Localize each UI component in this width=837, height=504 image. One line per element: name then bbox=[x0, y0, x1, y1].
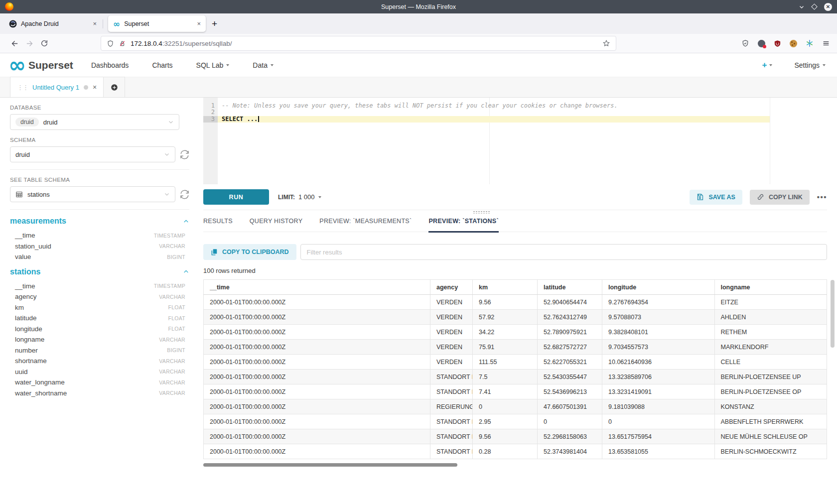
column-type: VARCHAR bbox=[159, 379, 185, 385]
url-bar[interactable]: 172.18.0.4:32251/superset/sqllab/ bbox=[101, 36, 616, 51]
schema-group-stations: stations bbox=[10, 267, 189, 276]
refresh-tables-icon[interactable] bbox=[180, 190, 189, 199]
schema-column-row: station_uuid VARCHAR bbox=[10, 241, 185, 252]
horizontal-scrollbar-thumb[interactable] bbox=[203, 463, 457, 467]
cell-km: 7.41 bbox=[473, 384, 538, 399]
column-header[interactable]: agency bbox=[430, 280, 473, 295]
add-new-button[interactable]: + bbox=[762, 60, 772, 70]
column-header[interactable]: longitude bbox=[602, 280, 715, 295]
query-tab-label: Untitled Query 1 bbox=[32, 84, 79, 91]
query-tab-active[interactable]: ⋮⋮ Untitled Query 1 × bbox=[10, 77, 104, 97]
column-name: latitude bbox=[15, 314, 37, 322]
insecure-lock-icon[interactable] bbox=[119, 40, 126, 47]
vertical-scrollbar-thumb[interactable] bbox=[831, 280, 835, 348]
column-name: shortname bbox=[15, 357, 47, 365]
browser-tab-apache-druid[interactable]: Apache Druid × bbox=[4, 15, 102, 32]
schema-column-row: shortname VARCHAR bbox=[10, 356, 185, 367]
reload-icon[interactable] bbox=[37, 36, 52, 50]
cell-km: 57.92 bbox=[473, 310, 538, 325]
chevron-down-icon bbox=[164, 191, 170, 197]
copy-link-button[interactable]: COPY LINK bbox=[750, 190, 810, 205]
table-row: 2000-01-01T00:00:00.000Z VERDEN 75.91 52… bbox=[204, 340, 827, 355]
column-name: number bbox=[15, 347, 38, 354]
editor-code-area[interactable]: -- Note: Unless you save your query, the… bbox=[218, 98, 770, 123]
cell-longitude: 9.57088073 bbox=[602, 310, 715, 325]
schema-select[interactable]: druid bbox=[10, 146, 175, 162]
splitter-grip-icon[interactable] bbox=[473, 211, 490, 214]
cell-time: 2000-01-01T00:00:00.000Z bbox=[204, 310, 430, 325]
tab-preview-measurements[interactable]: PREVIEW: `MEASUREMENTS` bbox=[319, 214, 412, 232]
extension-snowflake-icon[interactable] bbox=[806, 39, 814, 47]
cell-agency: STANDORT BERLIN bbox=[430, 384, 473, 399]
tab-preview-stations[interactable]: PREVIEW: `STATIONS` bbox=[428, 214, 498, 232]
save-as-button[interactable]: SAVE AS bbox=[690, 190, 742, 205]
nav-dashboards[interactable]: Dashboards bbox=[91, 61, 129, 69]
tab-close-icon[interactable]: × bbox=[197, 20, 201, 27]
schema-column-row: water_shortname VARCHAR bbox=[10, 388, 185, 399]
schema-label: SCHEMA bbox=[10, 137, 189, 143]
settings-menu[interactable]: Settings bbox=[794, 61, 826, 69]
run-button[interactable]: RUN bbox=[203, 189, 269, 205]
tab-close-icon[interactable]: × bbox=[93, 20, 97, 27]
nav-charts[interactable]: Charts bbox=[152, 61, 172, 69]
back-icon[interactable] bbox=[7, 36, 22, 50]
column-header[interactable]: __time bbox=[204, 280, 430, 295]
schema-column-row: value BIGINT bbox=[10, 252, 185, 262]
column-name: km bbox=[15, 304, 24, 311]
browser-tab-superset[interactable]: ∞ Superset × bbox=[108, 15, 206, 32]
extension-cookie-icon[interactable] bbox=[790, 40, 797, 47]
more-actions-button[interactable]: ••• bbox=[817, 193, 827, 201]
cell-longitude: 10.0621640936 bbox=[602, 355, 715, 370]
window-titlebar: Superset — Mozilla Firefox ✕ bbox=[0, 0, 837, 13]
extension-shield-icon[interactable] bbox=[741, 39, 749, 47]
drag-handle-icon[interactable]: ⋮⋮ bbox=[17, 84, 28, 91]
window-minimize-icon[interactable] bbox=[799, 4, 805, 10]
column-header[interactable]: km bbox=[473, 280, 538, 295]
column-header[interactable]: longname bbox=[714, 280, 827, 295]
table-row: 2000-01-01T00:00:00.000Z VERDEN 9.56 52.… bbox=[204, 295, 827, 310]
nav-data[interactable]: Data bbox=[253, 61, 274, 69]
tab-query-history[interactable]: QUERY HISTORY bbox=[250, 214, 302, 232]
extension-mask-icon[interactable] bbox=[758, 40, 765, 47]
nav-sql-lab[interactable]: SQL Lab bbox=[196, 61, 230, 69]
hamburger-menu-icon[interactable] bbox=[822, 39, 830, 47]
cell-km: 0 bbox=[473, 399, 538, 414]
new-tab-button[interactable]: + bbox=[212, 18, 217, 29]
browser-tab-label: Apache Druid bbox=[21, 20, 59, 27]
schema-column-row: latitude FLOAT bbox=[10, 313, 185, 324]
collapse-chevron-up-icon[interactable] bbox=[183, 218, 189, 225]
cell-latitude: 52.2968158063 bbox=[538, 429, 602, 444]
refresh-schema-icon[interactable] bbox=[180, 150, 189, 159]
superset-logo[interactable]: ∞ Superset bbox=[8, 59, 73, 71]
table-row: 2000-01-01T00:00:00.000Z STANDORT BERLIN… bbox=[204, 444, 827, 459]
window-restore-icon[interactable] bbox=[811, 3, 818, 10]
cell-latitude: 52.5436996213 bbox=[538, 384, 602, 399]
column-header[interactable]: latitude bbox=[538, 280, 602, 295]
database-label: DATABASE bbox=[10, 105, 189, 111]
horizontal-scrollbar[interactable] bbox=[203, 463, 827, 467]
query-tab-close-icon[interactable]: × bbox=[93, 83, 97, 91]
cell-time: 2000-01-01T00:00:00.000Z bbox=[204, 444, 430, 459]
copy-to-clipboard-button[interactable]: COPY TO CLIPBOARD bbox=[203, 244, 296, 260]
tab-results[interactable]: RESULTS bbox=[203, 214, 233, 232]
limit-label: LIMIT: bbox=[278, 194, 295, 201]
pane-splitter[interactable] bbox=[199, 210, 837, 214]
filter-results-input[interactable] bbox=[300, 244, 827, 260]
collapse-chevron-up-icon[interactable] bbox=[183, 268, 189, 275]
add-query-tab-button[interactable] bbox=[104, 77, 125, 97]
floppy-icon bbox=[697, 193, 704, 201]
extension-ublock-icon[interactable] bbox=[774, 40, 781, 47]
database-select[interactable]: druid druid bbox=[10, 114, 179, 130]
cell-longitude: 13.6517575954 bbox=[602, 429, 715, 444]
window-close-icon[interactable]: ✕ bbox=[824, 3, 832, 11]
forward-icon[interactable] bbox=[22, 36, 37, 50]
cell-time: 2000-01-01T00:00:00.000Z bbox=[204, 414, 430, 429]
shield-icon[interactable] bbox=[107, 40, 114, 47]
table-row: 2000-01-01T00:00:00.000Z STANDORT BERLIN… bbox=[204, 384, 827, 399]
cell-km: 9.56 bbox=[473, 429, 538, 444]
sql-editor[interactable]: 1 2 3 -- Note: Unless you save your quer… bbox=[203, 98, 827, 184]
table-select[interactable]: stations bbox=[10, 186, 175, 202]
cell-agency: VERDEN bbox=[430, 295, 473, 310]
limit-dropdown[interactable]: LIMIT: 1 000 bbox=[278, 193, 321, 201]
bookmark-star-icon[interactable] bbox=[602, 39, 610, 47]
